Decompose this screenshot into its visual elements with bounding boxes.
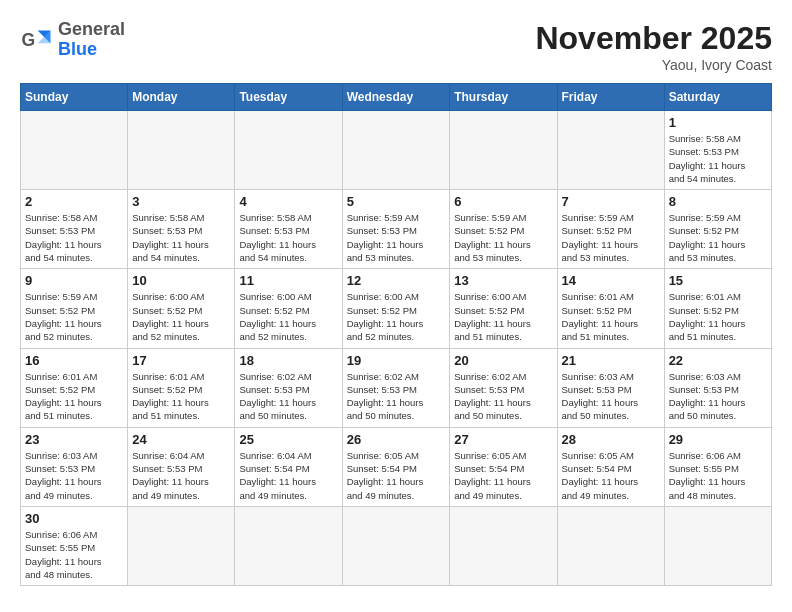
day-cell	[450, 506, 557, 585]
day-info: Sunrise: 5:59 AM Sunset: 5:52 PM Dayligh…	[25, 290, 123, 343]
day-cell: 6Sunrise: 5:59 AM Sunset: 5:52 PM Daylig…	[450, 190, 557, 269]
day-cell: 27Sunrise: 6:05 AM Sunset: 5:54 PM Dayli…	[450, 427, 557, 506]
day-cell: 21Sunrise: 6:03 AM Sunset: 5:53 PM Dayli…	[557, 348, 664, 427]
day-number: 13	[454, 273, 552, 288]
logo-icon: G	[20, 24, 52, 56]
day-info: Sunrise: 5:59 AM Sunset: 5:53 PM Dayligh…	[347, 211, 446, 264]
day-cell: 26Sunrise: 6:05 AM Sunset: 5:54 PM Dayli…	[342, 427, 450, 506]
day-number: 11	[239, 273, 337, 288]
week-row-2: 9Sunrise: 5:59 AM Sunset: 5:52 PM Daylig…	[21, 269, 772, 348]
day-number: 26	[347, 432, 446, 447]
day-cell: 13Sunrise: 6:00 AM Sunset: 5:52 PM Dayli…	[450, 269, 557, 348]
day-cell: 10Sunrise: 6:00 AM Sunset: 5:52 PM Dayli…	[128, 269, 235, 348]
day-info: Sunrise: 6:01 AM Sunset: 5:52 PM Dayligh…	[562, 290, 660, 343]
day-cell	[664, 506, 771, 585]
col-header-sunday: Sunday	[21, 84, 128, 111]
logo: G General Blue	[20, 20, 125, 60]
day-number: 4	[239, 194, 337, 209]
day-info: Sunrise: 6:06 AM Sunset: 5:55 PM Dayligh…	[669, 449, 767, 502]
day-cell	[342, 506, 450, 585]
day-cell	[21, 111, 128, 190]
col-header-thursday: Thursday	[450, 84, 557, 111]
day-cell	[235, 506, 342, 585]
day-cell: 9Sunrise: 5:59 AM Sunset: 5:52 PM Daylig…	[21, 269, 128, 348]
day-cell: 8Sunrise: 5:59 AM Sunset: 5:52 PM Daylig…	[664, 190, 771, 269]
day-cell: 2Sunrise: 5:58 AM Sunset: 5:53 PM Daylig…	[21, 190, 128, 269]
logo-text: General Blue	[58, 20, 125, 60]
day-number: 2	[25, 194, 123, 209]
day-number: 5	[347, 194, 446, 209]
day-info: Sunrise: 6:00 AM Sunset: 5:52 PM Dayligh…	[239, 290, 337, 343]
day-cell: 28Sunrise: 6:05 AM Sunset: 5:54 PM Dayli…	[557, 427, 664, 506]
title-area: November 2025 Yaou, Ivory Coast	[535, 20, 772, 73]
day-cell: 3Sunrise: 5:58 AM Sunset: 5:53 PM Daylig…	[128, 190, 235, 269]
day-cell: 23Sunrise: 6:03 AM Sunset: 5:53 PM Dayli…	[21, 427, 128, 506]
location: Yaou, Ivory Coast	[535, 57, 772, 73]
header: G General Blue November 2025 Yaou, Ivory…	[20, 20, 772, 73]
day-number: 28	[562, 432, 660, 447]
day-info: Sunrise: 6:05 AM Sunset: 5:54 PM Dayligh…	[347, 449, 446, 502]
day-number: 10	[132, 273, 230, 288]
day-info: Sunrise: 5:58 AM Sunset: 5:53 PM Dayligh…	[239, 211, 337, 264]
day-cell: 30Sunrise: 6:06 AM Sunset: 5:55 PM Dayli…	[21, 506, 128, 585]
day-cell: 24Sunrise: 6:04 AM Sunset: 5:53 PM Dayli…	[128, 427, 235, 506]
day-number: 12	[347, 273, 446, 288]
day-cell: 1Sunrise: 5:58 AM Sunset: 5:53 PM Daylig…	[664, 111, 771, 190]
day-info: Sunrise: 6:03 AM Sunset: 5:53 PM Dayligh…	[562, 370, 660, 423]
day-info: Sunrise: 6:02 AM Sunset: 5:53 PM Dayligh…	[454, 370, 552, 423]
day-cell	[557, 111, 664, 190]
day-cell	[557, 506, 664, 585]
day-number: 19	[347, 353, 446, 368]
day-cell	[342, 111, 450, 190]
day-cell: 4Sunrise: 5:58 AM Sunset: 5:53 PM Daylig…	[235, 190, 342, 269]
day-number: 20	[454, 353, 552, 368]
week-row-1: 2Sunrise: 5:58 AM Sunset: 5:53 PM Daylig…	[21, 190, 772, 269]
day-header-row: SundayMondayTuesdayWednesdayThursdayFrid…	[21, 84, 772, 111]
day-info: Sunrise: 6:04 AM Sunset: 5:54 PM Dayligh…	[239, 449, 337, 502]
day-number: 24	[132, 432, 230, 447]
week-row-5: 30Sunrise: 6:06 AM Sunset: 5:55 PM Dayli…	[21, 506, 772, 585]
day-info: Sunrise: 6:03 AM Sunset: 5:53 PM Dayligh…	[669, 370, 767, 423]
day-info: Sunrise: 6:02 AM Sunset: 5:53 PM Dayligh…	[239, 370, 337, 423]
day-info: Sunrise: 6:01 AM Sunset: 5:52 PM Dayligh…	[132, 370, 230, 423]
day-cell: 17Sunrise: 6:01 AM Sunset: 5:52 PM Dayli…	[128, 348, 235, 427]
day-info: Sunrise: 6:00 AM Sunset: 5:52 PM Dayligh…	[454, 290, 552, 343]
col-header-monday: Monday	[128, 84, 235, 111]
day-cell: 5Sunrise: 5:59 AM Sunset: 5:53 PM Daylig…	[342, 190, 450, 269]
day-info: Sunrise: 5:58 AM Sunset: 5:53 PM Dayligh…	[669, 132, 767, 185]
day-info: Sunrise: 6:05 AM Sunset: 5:54 PM Dayligh…	[562, 449, 660, 502]
col-header-friday: Friday	[557, 84, 664, 111]
day-info: Sunrise: 5:58 AM Sunset: 5:53 PM Dayligh…	[132, 211, 230, 264]
day-number: 30	[25, 511, 123, 526]
day-cell: 11Sunrise: 6:00 AM Sunset: 5:52 PM Dayli…	[235, 269, 342, 348]
day-cell: 29Sunrise: 6:06 AM Sunset: 5:55 PM Dayli…	[664, 427, 771, 506]
week-row-3: 16Sunrise: 6:01 AM Sunset: 5:52 PM Dayli…	[21, 348, 772, 427]
day-number: 6	[454, 194, 552, 209]
col-header-wednesday: Wednesday	[342, 84, 450, 111]
day-info: Sunrise: 6:03 AM Sunset: 5:53 PM Dayligh…	[25, 449, 123, 502]
day-cell: 7Sunrise: 5:59 AM Sunset: 5:52 PM Daylig…	[557, 190, 664, 269]
day-info: Sunrise: 5:58 AM Sunset: 5:53 PM Dayligh…	[25, 211, 123, 264]
day-cell: 14Sunrise: 6:01 AM Sunset: 5:52 PM Dayli…	[557, 269, 664, 348]
day-info: Sunrise: 6:01 AM Sunset: 5:52 PM Dayligh…	[25, 370, 123, 423]
day-number: 21	[562, 353, 660, 368]
month-title: November 2025	[535, 20, 772, 57]
day-number: 9	[25, 273, 123, 288]
day-cell	[235, 111, 342, 190]
day-info: Sunrise: 6:00 AM Sunset: 5:52 PM Dayligh…	[132, 290, 230, 343]
day-info: Sunrise: 6:01 AM Sunset: 5:52 PM Dayligh…	[669, 290, 767, 343]
day-info: Sunrise: 6:00 AM Sunset: 5:52 PM Dayligh…	[347, 290, 446, 343]
day-cell	[450, 111, 557, 190]
calendar-header: SundayMondayTuesdayWednesdayThursdayFrid…	[21, 84, 772, 111]
day-info: Sunrise: 6:04 AM Sunset: 5:53 PM Dayligh…	[132, 449, 230, 502]
day-cell	[128, 111, 235, 190]
day-number: 14	[562, 273, 660, 288]
day-number: 17	[132, 353, 230, 368]
day-cell: 12Sunrise: 6:00 AM Sunset: 5:52 PM Dayli…	[342, 269, 450, 348]
day-number: 29	[669, 432, 767, 447]
col-header-saturday: Saturday	[664, 84, 771, 111]
day-number: 8	[669, 194, 767, 209]
day-cell: 19Sunrise: 6:02 AM Sunset: 5:53 PM Dayli…	[342, 348, 450, 427]
week-row-4: 23Sunrise: 6:03 AM Sunset: 5:53 PM Dayli…	[21, 427, 772, 506]
day-info: Sunrise: 5:59 AM Sunset: 5:52 PM Dayligh…	[669, 211, 767, 264]
